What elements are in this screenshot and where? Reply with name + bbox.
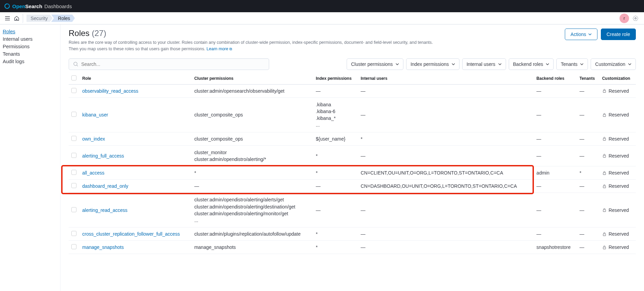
filter-tenants[interactable]: Tenants	[556, 58, 588, 70]
col-custom[interactable]: Customization	[599, 73, 636, 85]
row-checkbox[interactable]	[71, 183, 76, 188]
cell-internal: —	[358, 193, 534, 228]
search-icon	[73, 61, 79, 67]
filter-label: Internal users	[467, 61, 495, 67]
row-checkbox[interactable]	[71, 231, 76, 236]
row-checkbox[interactable]	[71, 88, 76, 93]
hamburger-menu-button[interactable]	[3, 14, 12, 23]
search-box[interactable]	[69, 58, 269, 70]
hamburger-icon	[5, 16, 10, 21]
cell-index: ${user_name}	[313, 132, 358, 145]
home-icon	[14, 16, 19, 21]
svg-rect-12	[603, 247, 606, 249]
cell-tenants: —	[577, 180, 599, 193]
create-role-button[interactable]: Create role	[601, 29, 636, 40]
col-tenants[interactable]: Tenants	[577, 73, 599, 85]
role-link[interactable]: manage_snapshots	[82, 244, 124, 250]
reserved-label: Reserved	[609, 244, 629, 250]
reserved-label: Reserved	[609, 112, 629, 117]
cell-cluster: —	[192, 180, 313, 193]
sidebar-item-roles[interactable]: Roles	[3, 28, 57, 35]
role-link[interactable]: dashboard_read_only	[82, 183, 128, 189]
page-title-text: Roles	[69, 29, 89, 38]
cell-internal: CN=DASHBOARD,OU=UNIT,O=ORG,L=TORONTO,ST=…	[358, 180, 534, 193]
logo-search: Search	[25, 3, 42, 9]
role-link[interactable]: alerting_read_access	[82, 207, 127, 213]
col-cluster[interactable]: Cluster permissions	[192, 73, 313, 85]
reserved-label: Reserved	[609, 153, 629, 159]
sidebar-item-permissions[interactable]: Permissions	[3, 43, 57, 50]
col-role[interactable]: Role	[80, 73, 192, 85]
chevron-down-icon	[588, 33, 592, 36]
top-header: OpenSearch Dashboards	[0, 0, 644, 12]
cell-customization: Reserved	[599, 84, 636, 97]
page-title: Roles (27)	[69, 29, 442, 38]
sidebar-item-internal-users[interactable]: Internal users	[3, 35, 57, 43]
avatar[interactable]: r	[620, 14, 629, 23]
row-checkbox[interactable]	[71, 244, 76, 249]
role-link[interactable]: cross_cluster_replication_follower_full_…	[82, 231, 180, 237]
help-icon[interactable]	[632, 15, 639, 21]
lock-icon	[602, 184, 607, 188]
cell-internal: —	[358, 97, 534, 132]
select-all-checkbox[interactable]	[71, 75, 76, 80]
brand-logo[interactable]: OpenSearch Dashboards	[4, 3, 72, 9]
filter-backend[interactable]: Backend roles	[509, 58, 554, 70]
role-link[interactable]: kibana_user	[82, 112, 108, 117]
cell-cluster: cluster:admin/plugins/replication/autofo…	[192, 228, 313, 241]
cell-tenants: —	[577, 193, 599, 228]
row-checkbox[interactable]	[71, 207, 76, 212]
role-link[interactable]: all_access	[82, 170, 104, 176]
reserved-label: Reserved	[609, 170, 629, 176]
role-link[interactable]: observability_read_access	[82, 88, 138, 94]
row-checkbox[interactable]	[71, 153, 76, 158]
role-link[interactable]: alerting_full_access	[82, 153, 124, 159]
reserved-label: Reserved	[609, 88, 629, 94]
learn-more-link[interactable]: Learn more ⧉	[207, 47, 232, 51]
filter-label: Tenants	[561, 61, 577, 67]
cell-index: *	[313, 166, 358, 180]
cell-internal: —	[358, 84, 534, 97]
cell-cluster: cluster_composite_ops	[192, 97, 313, 132]
table-row: cross_cluster_replication_follower_full_…	[69, 228, 636, 241]
actions-button[interactable]: Actions	[565, 29, 597, 40]
cell-cluster: cluster:admin/opensearch/observability/g…	[192, 84, 313, 97]
col-index[interactable]: Index permissions	[313, 73, 358, 85]
cell-customization: Reserved	[599, 228, 636, 241]
chevron-down-icon	[580, 62, 584, 66]
filter-custom[interactable]: Customization	[591, 58, 636, 70]
row-checkbox[interactable]	[71, 136, 76, 141]
home-button[interactable]	[14, 14, 23, 23]
cell-backend: —	[534, 132, 577, 145]
row-checkbox[interactable]	[71, 112, 76, 117]
table-row: all_access**CN=CLIENT,OU=UNIT,O=ORG,L=TO…	[69, 166, 636, 180]
breadcrumb-security[interactable]: Security	[27, 15, 53, 22]
cell-index: *	[313, 241, 358, 254]
cell-index: .kibana .kibana-6 .kibana_* ...	[313, 97, 358, 132]
table-row: observability_read_accesscluster:admin/o…	[69, 84, 636, 97]
cell-index: —	[313, 180, 358, 193]
role-link[interactable]: own_index	[82, 136, 105, 142]
col-backend[interactable]: Backend roles	[534, 73, 577, 85]
cell-internal: —	[358, 228, 534, 241]
chevron-down-icon	[546, 62, 549, 66]
filter-internal[interactable]: Internal users	[462, 58, 506, 70]
lock-icon	[602, 171, 607, 175]
cell-backend: —	[534, 145, 577, 166]
filter-index[interactable]: Index permissions	[406, 58, 459, 70]
filter-cluster[interactable]: Cluster permissions	[347, 58, 403, 70]
logo-dash: Dashboards	[45, 3, 72, 9]
col-internal[interactable]: Internal users	[358, 73, 534, 85]
cell-backend: —	[534, 228, 577, 241]
breadcrumb-roles[interactable]: Roles	[51, 15, 75, 22]
sidebar-item-tenants[interactable]: Tenants	[3, 50, 57, 58]
cell-tenants: *	[577, 166, 599, 180]
actions-button-label: Actions	[571, 32, 586, 37]
svg-point-1	[633, 16, 638, 21]
svg-rect-6	[603, 139, 606, 141]
search-input[interactable]	[81, 61, 265, 67]
chevron-down-icon	[498, 62, 502, 66]
cell-backend: —	[534, 97, 577, 132]
sidebar-item-audit-logs[interactable]: Audit logs	[3, 58, 57, 65]
row-checkbox[interactable]	[71, 170, 76, 175]
